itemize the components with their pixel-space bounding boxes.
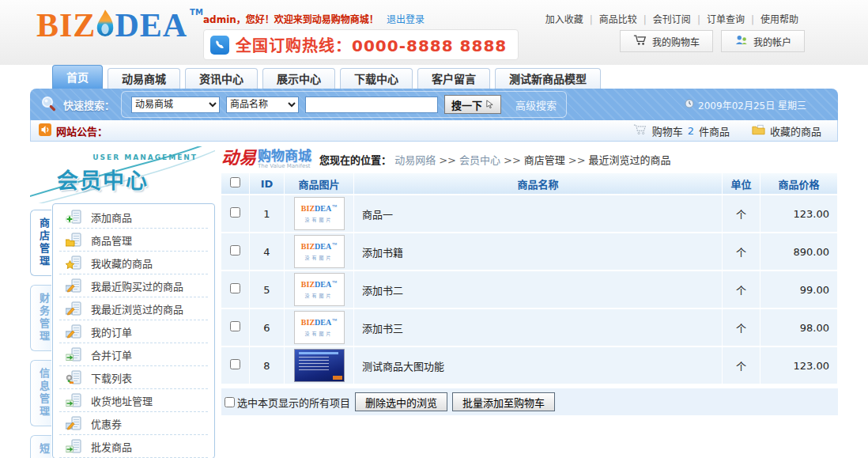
breadcrumb-path: 动易网络>>会员中心>>商店管理>>最近浏览过的商品	[394, 154, 670, 166]
batch-add-cart-button[interactable]: 批量添加至购物车	[452, 392, 555, 411]
breadcrumb-item-0[interactable]: 动易网络	[394, 154, 436, 166]
nav-tab-0[interactable]: 首页	[52, 65, 103, 89]
top-link-1[interactable]: 商品比较	[599, 14, 637, 25]
sidebar-item-0[interactable]: 添加商品	[59, 206, 208, 229]
search-field-select[interactable]: 商品名称	[226, 97, 299, 113]
table-row-2: 5BIZDEATM没有图片添加书二个99.00	[221, 271, 838, 308]
product-image-0[interactable]: BIZDEATM没有图片	[294, 197, 345, 230]
welcome-message: admin，您好！欢迎来到动易购物商城！ 退出登录	[203, 12, 425, 25]
sidebar-item-8[interactable]: 收货地址管理	[59, 389, 208, 412]
actions-bar: 选中本页显示的所有项目 删除选中的浏览 批量添加至购物车	[221, 388, 838, 415]
content: 动易 购物商城 The Value Manifest 您现在的位置： 动易网络>…	[221, 146, 838, 458]
logout-link[interactable]: 退出登录	[387, 14, 425, 25]
search-input[interactable]	[305, 97, 438, 113]
nav-tab-1[interactable]: 动易商城	[108, 68, 180, 89]
nav-tab-3[interactable]: 展示中心	[262, 68, 335, 89]
clock-icon	[685, 99, 694, 111]
sidebar-tab-3[interactable]: 短	[30, 435, 51, 458]
nav-tab-6[interactable]: 测试新商品模型	[495, 68, 601, 89]
logo-text-biz: BIZ	[36, 6, 96, 44]
product-image-3[interactable]: BIZDEATM没有图片	[294, 311, 345, 344]
row-checkbox-2[interactable]	[230, 283, 240, 293]
sidebar-tab-0[interactable]: 商店管理	[30, 210, 51, 276]
table-row-3: 6BIZDEATM没有图片添加书三个98.00	[221, 309, 838, 346]
favorites-link[interactable]: 收藏的商品	[752, 123, 821, 138]
product-image-2[interactable]: BIZDEATM没有图片	[294, 273, 345, 306]
hotline-box: 全国订购热线：0000-8888 8888	[203, 29, 519, 60]
top-link-4[interactable]: 使用帮助	[760, 14, 798, 25]
arrow-icon	[66, 439, 81, 453]
product-table: ID 商品图片 商品名称 单位 商品价格 1BIZDEATM没有图片商品一个12…	[221, 172, 838, 385]
nav-tab-4[interactable]: 下载中心	[340, 68, 413, 89]
arrow-icon	[66, 393, 81, 407]
sidebar-menu: 添加商品商品管理我收藏的商品我最近购买过的商品我最近浏览过的商品我的订单合并订单…	[52, 203, 215, 458]
column-name: 商品名称	[354, 173, 723, 194]
site-header: BIZ DEA TM admin，您好！欢迎来到动易购物商城！ 退出登录 全国订…	[0, 0, 868, 65]
top-link-2[interactable]: 会刊订阅	[653, 14, 691, 25]
breadcrumb-item-1[interactable]: 会员中心	[459, 154, 500, 166]
top-link-0[interactable]: 加入收藏	[545, 14, 583, 25]
page: BIZ DEA TM admin，您好！欢迎来到动易购物商城！ 退出登录 全国订…	[0, 0, 868, 458]
brand-part2: 购物商城	[258, 150, 311, 163]
edit-icon	[66, 324, 81, 339]
sidebar-item-10[interactable]: 批发商品	[59, 435, 208, 458]
sidebar: USER MANAGEMENT 会员中心 商店管理财务管理信息管理短 添加商品商…	[30, 146, 215, 458]
add-icon	[66, 210, 81, 224]
speaker-icon	[39, 123, 51, 138]
content-brand-logo: 动易 购物商城 The Value Manifest	[221, 150, 311, 169]
date-display: 2009年02月25日 星期三	[685, 98, 806, 112]
row-checkbox-0[interactable]	[230, 207, 240, 218]
select-all-checkbox[interactable]	[225, 397, 235, 407]
table-row-1: 4BIZDEATM没有图片添加书籍个890.00	[221, 233, 838, 270]
breadcrumb-item-2[interactable]: 商店管理	[524, 154, 565, 166]
hotline-text: 全国订购热线：0000-8888 8888	[236, 33, 507, 56]
sidebar-header-eyebrow: USER MANAGEMENT	[92, 153, 198, 161]
row-checkbox-4[interactable]	[230, 359, 240, 369]
nav-tab-2[interactable]: 资讯中心	[185, 68, 258, 89]
advanced-search-link[interactable]: 高级搜索	[515, 97, 557, 112]
breadcrumb-item-3[interactable]: 最近浏览过的商品	[589, 154, 671, 166]
my-account-button[interactable]: 我的帐户	[721, 30, 805, 52]
site-logo: BIZ DEA TM	[36, 6, 203, 44]
cursor-icon	[485, 99, 494, 111]
brand-part1: 动易	[221, 150, 256, 167]
select-all-header-checkbox[interactable]	[230, 177, 240, 187]
cart-status-link[interactable]: 购物车2件商品	[633, 123, 730, 138]
sidebar-tab-1[interactable]: 财务管理	[30, 285, 51, 351]
sidebar-item-3[interactable]: 我最近购买过的商品	[59, 274, 208, 297]
edit-icon	[66, 278, 81, 293]
nav-tab-5[interactable]: 客户留言	[417, 68, 490, 89]
gear-icon	[66, 370, 81, 384]
my-cart-button[interactable]: 我的购物车	[620, 30, 713, 52]
sidebar-tab-2[interactable]: 信息管理	[30, 360, 51, 426]
row-checkbox-3[interactable]	[230, 321, 240, 331]
sidebar-item-9[interactable]: 优惠券	[59, 412, 208, 435]
edit-icon	[66, 416, 81, 430]
delete-selected-button[interactable]: 删除选中的浏览	[355, 392, 447, 411]
cart-outline-icon	[633, 123, 647, 138]
search-scope-select[interactable]: 动易商城	[131, 97, 220, 113]
search-button[interactable]: 搜一下	[444, 95, 501, 114]
row-checkbox-1[interactable]	[230, 245, 240, 255]
column-price: 商品价格	[760, 173, 838, 194]
sidebar-item-5[interactable]: 我的订单	[59, 320, 208, 343]
top-link-3[interactable]: 订单查询	[707, 14, 745, 25]
welcome-text: admin，您好！欢迎来到动易购物商城！	[203, 14, 379, 25]
sidebar-item-2[interactable]: 我收藏的商品	[59, 252, 208, 274]
product-image-1[interactable]: BIZDEATM没有图片	[294, 235, 345, 268]
notice-right: 购物车2件商品 收藏的商品	[633, 123, 829, 138]
breadcrumb-text: 您现在的位置： 动易网络>>会员中心>>商店管理>>最近浏览过的商品	[319, 152, 671, 167]
folder-icon	[66, 233, 81, 247]
nav-tabs: 首页动易商城资讯中心展示中心下载中心客户留言测试新商品模型	[30, 65, 838, 89]
main-area: USER MANAGEMENT 会员中心 商店管理财务管理信息管理短 添加商品商…	[30, 146, 838, 458]
sidebar-item-7[interactable]: 下载列表	[59, 366, 208, 389]
search-controls: 动易商城 商品名称 搜一下 高级搜索	[121, 91, 567, 118]
search-band: 快速搜索： 动易商城 商品名称 搜一下 高级搜索 2009年02月25日 星期三	[30, 89, 838, 120]
column-id: ID	[250, 173, 285, 194]
table-row-4: 8测试商品大图功能个123.00	[221, 347, 838, 384]
sidebar-item-6[interactable]: 合并订单	[59, 343, 208, 366]
product-image-4[interactable]	[294, 349, 345, 382]
sidebar-item-4[interactable]: 我最近浏览过的商品	[59, 297, 208, 320]
folder-icon	[752, 124, 765, 138]
sidebar-item-1[interactable]: 商品管理	[59, 229, 208, 252]
